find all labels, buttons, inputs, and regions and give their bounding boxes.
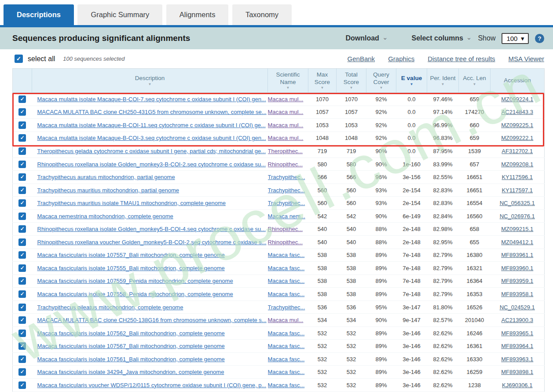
tab-graphic-summary[interactable]: Graphic Summary bbox=[77, 4, 162, 25]
scientific-name-link[interactable]: Macaca fasc... bbox=[268, 252, 305, 258]
row-checkbox[interactable] bbox=[18, 212, 26, 220]
scientific-name-link[interactable]: Macaca fasc... bbox=[268, 343, 305, 349]
scientific-name-link[interactable]: Macaca fasc... bbox=[268, 291, 305, 297]
row-checkbox[interactable] bbox=[18, 187, 26, 194]
description-link[interactable]: Macaca fascicularis isolate 107559_Penid… bbox=[37, 278, 233, 284]
row-checkbox[interactable] bbox=[18, 147, 26, 155]
accession-link[interactable]: MF893959.1 bbox=[501, 278, 533, 284]
row-checkbox[interactable] bbox=[18, 342, 26, 350]
scientific-name-link[interactable]: Trachypithec... bbox=[268, 200, 305, 206]
description-link[interactable]: Macaca mulatta isolate Macaque-B-COI-7.s… bbox=[37, 96, 266, 103]
description-link[interactable]: Macaca fascicularis isolate 107561_Bali … bbox=[37, 356, 225, 363]
col-header-total-score[interactable]: Total Score▼ bbox=[337, 69, 366, 93]
description-link[interactable]: Macaca fascicularis isolate 34294_Java m… bbox=[37, 369, 224, 375]
row-checkbox[interactable] bbox=[18, 290, 26, 298]
scientific-name-link[interactable]: Macaca mul... bbox=[268, 135, 304, 141]
description-link[interactable]: Macaca mulatta isolate Macaque-B-COI-3.s… bbox=[37, 135, 266, 141]
description-link[interactable]: Theropithecus gelada cytochrome c oxidas… bbox=[37, 148, 266, 154]
scientific-name-link[interactable]: Macaca fasc... bbox=[268, 356, 305, 363]
row-checkbox[interactable] bbox=[18, 238, 26, 246]
scientific-name-link[interactable]: Macaca fasc... bbox=[268, 330, 305, 337]
graphics-link[interactable]: Graphics bbox=[388, 55, 414, 62]
accession-link[interactable]: MF893963.1 bbox=[501, 356, 533, 363]
col-header-acc-len[interactable]: Acc. Len▼ bbox=[459, 69, 491, 93]
genbank-link[interactable]: GenBank bbox=[348, 55, 375, 62]
scientific-name-link[interactable]: Trachypithec... bbox=[268, 174, 305, 180]
row-checkbox[interactable] bbox=[18, 368, 26, 376]
accession-link[interactable]: NC_024529.1 bbox=[500, 304, 535, 311]
select-columns-menu[interactable]: Select columns ⌄ bbox=[411, 34, 472, 42]
description-link[interactable]: Trachypithecus mauritius mitochondrion, … bbox=[37, 187, 179, 194]
accession-link[interactable]: MZ099222.1 bbox=[501, 135, 533, 141]
row-checkbox[interactable] bbox=[18, 108, 26, 116]
accession-link[interactable]: MF893965.1 bbox=[501, 330, 533, 337]
row-checkbox[interactable] bbox=[18, 330, 26, 337]
description-link[interactable]: Trachypithecus auratus mitochondrion, pa… bbox=[37, 174, 175, 180]
description-link[interactable]: Rhinopithecus roxellana isolate Golden_m… bbox=[37, 161, 266, 168]
scientific-name-link[interactable]: Rhinopithec... bbox=[268, 161, 303, 168]
accession-link[interactable]: MF893898.1 bbox=[501, 369, 533, 375]
row-checkbox[interactable] bbox=[18, 161, 26, 168]
accession-link[interactable]: MF893961.1 bbox=[501, 252, 533, 258]
distance-tree-link[interactable]: Distance tree of results bbox=[428, 55, 495, 62]
description-link[interactable]: Macaca fascicularis isolate 107555_Bali … bbox=[37, 265, 225, 271]
description-link[interactable]: Rhinopithecus roxellana voucher Golden_m… bbox=[37, 239, 267, 245]
accession-link[interactable]: MZ049412.1 bbox=[501, 239, 533, 245]
scientific-name-link[interactable]: Theropithec... bbox=[268, 148, 303, 154]
accession-link[interactable]: AC213900.3 bbox=[502, 317, 533, 323]
description-link[interactable]: Macaca mulatta isolate Macaque-B-COI-11.… bbox=[37, 122, 266, 128]
msa-viewer-link[interactable]: MSA Viewer bbox=[509, 55, 544, 62]
accession-link[interactable]: MZ099225.1 bbox=[501, 122, 533, 128]
description-link[interactable]: Macaca fascicularis isolate 107567_Bali … bbox=[37, 343, 225, 349]
scientific-name-link[interactable]: Macaca nem... bbox=[268, 213, 305, 220]
row-checkbox[interactable] bbox=[18, 304, 26, 311]
description-link[interactable]: Macaca nemestrina mitochondrion, complet… bbox=[37, 213, 173, 220]
scientific-name-link[interactable]: Macaca fasc... bbox=[268, 369, 305, 375]
download-menu[interactable]: Download ⌄ bbox=[345, 34, 388, 42]
accession-link[interactable]: MZ099208.1 bbox=[501, 161, 533, 168]
col-header-e-value[interactable]: E value▼ bbox=[396, 69, 427, 93]
description-link[interactable]: MACACA MULATTA BAC clone CH250-431G5 fro… bbox=[37, 109, 267, 115]
accession-link[interactable]: MF893960.1 bbox=[501, 265, 533, 271]
accession-link[interactable]: NC_056325.1 bbox=[500, 200, 535, 206]
accession-link[interactable]: KY117597.1 bbox=[502, 187, 533, 194]
accession-link[interactable]: AC214843.3 bbox=[502, 109, 533, 115]
accession-link[interactable]: MZ099215.1 bbox=[501, 226, 533, 232]
row-checkbox[interactable] bbox=[18, 225, 26, 233]
row-checkbox[interactable] bbox=[18, 199, 26, 207]
accession-link[interactable]: MF893964.1 bbox=[501, 343, 533, 349]
row-checkbox[interactable] bbox=[18, 316, 26, 324]
scientific-name-link[interactable]: Trachypithec... bbox=[268, 187, 305, 194]
show-count-select[interactable]: 100 ▾ bbox=[502, 33, 529, 44]
col-header-description[interactable]: Description▼ bbox=[32, 69, 268, 93]
accession-link[interactable]: MZ099224.1 bbox=[501, 96, 533, 103]
scientific-name-link[interactable]: Macaca fasc... bbox=[268, 382, 305, 388]
scientific-name-link[interactable]: Rhinopithec... bbox=[268, 226, 303, 232]
row-checkbox[interactable] bbox=[18, 121, 26, 129]
row-checkbox[interactable] bbox=[18, 251, 26, 259]
tab-alignments[interactable]: Alignments bbox=[166, 4, 229, 25]
scientific-name-link[interactable]: Trachypithec... bbox=[268, 304, 305, 311]
scientific-name-link[interactable]: Macaca mul... bbox=[268, 317, 304, 323]
scientific-name-link[interactable]: Macaca fasc... bbox=[268, 278, 305, 284]
scientific-name-link[interactable]: Macaca mul... bbox=[268, 122, 304, 128]
row-checkbox[interactable] bbox=[18, 134, 26, 142]
scientific-name-link[interactable]: Macaca mul... bbox=[268, 96, 304, 103]
accession-link[interactable]: NC_026976.1 bbox=[500, 213, 535, 220]
accession-link[interactable]: MF893958.1 bbox=[501, 291, 533, 297]
description-link[interactable]: Macaca fascicularis isolate 107558_Penid… bbox=[37, 291, 233, 297]
scientific-name-link[interactable]: Macaca mul... bbox=[268, 109, 304, 115]
accession-link[interactable]: KY117596.1 bbox=[502, 174, 533, 180]
description-link[interactable]: Trachypithecus mauritius isolate TMAU1 m… bbox=[37, 200, 226, 206]
description-link[interactable]: MACACA MULATTA BAC clone CH250-138G16 fr… bbox=[37, 317, 267, 323]
tab-descriptions[interactable]: Descriptions bbox=[4, 4, 74, 25]
description-link[interactable]: Macaca fascicularis isolate 107562_Bali … bbox=[37, 330, 225, 337]
row-checkbox[interactable] bbox=[18, 277, 26, 285]
row-checkbox[interactable] bbox=[18, 173, 26, 181]
description-link[interactable]: Trachypithecus pileatus mitochondrion, c… bbox=[37, 304, 183, 311]
description-link[interactable]: Rhinopithecus roxellana isolate Golden_m… bbox=[37, 226, 266, 232]
scientific-name-link[interactable]: Macaca fasc... bbox=[268, 265, 305, 271]
row-checkbox[interactable] bbox=[18, 264, 26, 272]
accession-link[interactable]: AF312702.1 bbox=[502, 148, 533, 154]
col-header-max-score[interactable]: Max Score▼ bbox=[308, 69, 337, 93]
